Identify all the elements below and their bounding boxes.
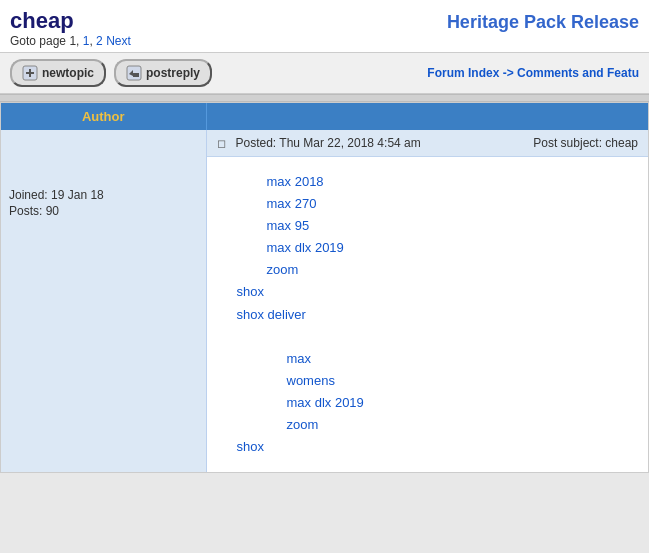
author-column-header: Author	[1, 103, 206, 130]
new-topic-button[interactable]: newtopic	[10, 59, 106, 87]
item-link[interactable]: max 270	[267, 196, 317, 211]
new-topic-icon	[22, 65, 38, 81]
post-body: max 2018 max 270 max 95 max dlx 2019 zoo…	[207, 157, 649, 472]
post-table: Author Joined: 19 Jan 18 Posts: 90 ◻ Pos…	[1, 103, 648, 472]
item-link[interactable]: womens	[287, 373, 335, 388]
toolbar: newtopic postreply Forum Index -> Commen…	[0, 53, 649, 94]
forum-title: Heritage Pack Release	[447, 8, 639, 33]
author-cell: Joined: 19 Jan 18 Posts: 90	[1, 130, 206, 472]
list-item: zoom	[267, 259, 629, 281]
list-item: max 2018	[267, 171, 629, 193]
author-joined: Joined: 19 Jan 18	[9, 188, 198, 202]
post-subject: Post subject: cheap	[533, 136, 638, 150]
author-posts: Posts: 90	[9, 204, 198, 218]
item-link[interactable]: max	[287, 351, 312, 366]
item-link[interactable]: max dlx 2019	[267, 240, 344, 255]
item-link[interactable]: zoom	[287, 417, 319, 432]
item-link[interactable]: max 95	[267, 218, 310, 233]
new-topic-label: newtopic	[42, 66, 94, 80]
post-header: ◻ Posted: Thu Mar 22, 2018 4:54 am Post …	[207, 130, 649, 157]
list-item: womens	[287, 370, 629, 392]
toolbar-buttons: newtopic postreply	[10, 59, 212, 87]
list-item: max dlx 2019	[287, 392, 629, 414]
header-left: cheap Goto page 1, 1, 2 Next	[10, 8, 131, 48]
post-doc-icon: ◻	[217, 137, 226, 150]
list-item: shox	[237, 436, 629, 458]
post-cell: ◻ Posted: Thu Mar 22, 2018 4:54 am Post …	[206, 130, 648, 472]
post-reply-icon	[126, 65, 142, 81]
list-item: shox	[237, 281, 629, 303]
page-1-link[interactable]: 1	[83, 34, 90, 48]
page-header: cheap Goto page 1, 1, 2 Next Heritage Pa…	[0, 0, 649, 53]
post-reply-label: postreply	[146, 66, 200, 80]
list-item: max 270	[267, 193, 629, 215]
content-area: Author Joined: 19 Jan 18 Posts: 90 ◻ Pos…	[0, 102, 649, 473]
list-item: shox deliver	[237, 304, 629, 326]
goto-label: Goto page 1,	[10, 34, 79, 48]
post-row: Joined: 19 Jan 18 Posts: 90 ◻ Posted: Th…	[1, 130, 648, 472]
breadcrumb-link[interactable]: Forum Index -> Comments and Featu	[427, 66, 639, 80]
item-link[interactable]: max 2018	[267, 174, 324, 189]
list-item: zoom	[287, 414, 629, 436]
list-item: max	[287, 348, 629, 370]
list-item: max dlx 2019	[267, 237, 629, 259]
item-link[interactable]: shox deliver	[237, 307, 306, 322]
item-link[interactable]: shox	[237, 439, 264, 454]
breadcrumb: Forum Index -> Comments and Featu	[427, 66, 639, 80]
post-reply-button[interactable]: postreply	[114, 59, 212, 87]
author-info: Joined: 19 Jan 18 Posts: 90	[9, 188, 198, 218]
item-link[interactable]: max dlx 2019	[287, 395, 364, 410]
item-link[interactable]: shox	[237, 284, 264, 299]
list-item: max 95	[267, 215, 629, 237]
post-column-header	[206, 103, 648, 130]
item-link[interactable]: zoom	[267, 262, 299, 277]
divider	[0, 94, 649, 102]
post-date: Posted: Thu Mar 22, 2018 4:54 am	[236, 136, 421, 150]
page-title: cheap	[10, 8, 131, 34]
page-2-link[interactable]: 2	[96, 34, 103, 48]
pagination: Goto page 1, 1, 2 Next	[10, 34, 131, 48]
next-link[interactable]: Next	[106, 34, 131, 48]
